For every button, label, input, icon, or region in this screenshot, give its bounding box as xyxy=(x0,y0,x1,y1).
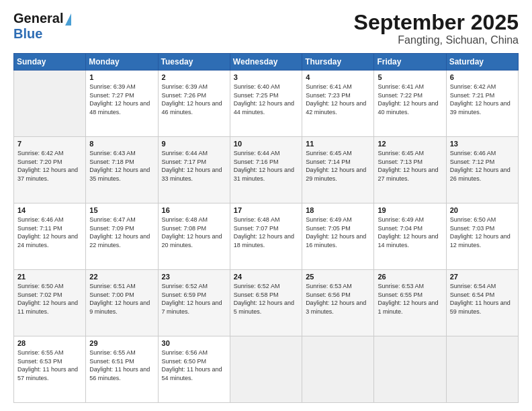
day-info: Sunrise: 6:51 AMSunset: 7:00 PMDaylight:… xyxy=(89,282,154,316)
day-number: 12 xyxy=(378,140,442,148)
day-number: 19 xyxy=(378,206,442,214)
logo-triangle-icon xyxy=(65,13,71,26)
day-cell: 30Sunrise: 6:56 AMSunset: 6:50 PMDayligh… xyxy=(158,336,230,403)
header-cell-friday: Friday xyxy=(374,54,446,71)
day-number: 29 xyxy=(89,339,154,347)
logo-general: General xyxy=(13,11,63,26)
day-cell: 2Sunrise: 6:39 AMSunset: 7:26 PMDaylight… xyxy=(158,71,230,137)
header-cell-thursday: Thursday xyxy=(302,54,374,71)
day-info: Sunrise: 6:56 AMSunset: 6:50 PMDaylight:… xyxy=(162,349,226,382)
day-info: Sunrise: 6:40 AMSunset: 7:25 PMDaylight:… xyxy=(234,83,298,116)
day-info: Sunrise: 6:48 AMSunset: 7:07 PMDaylight:… xyxy=(234,216,298,249)
day-number: 5 xyxy=(378,73,442,81)
day-info: Sunrise: 6:43 AMSunset: 7:18 PMDaylight:… xyxy=(89,149,154,183)
day-number: 26 xyxy=(378,273,442,281)
logo: General Blue xyxy=(13,11,71,42)
day-number: 11 xyxy=(306,140,370,148)
day-info: Sunrise: 6:49 AMSunset: 7:04 PMDaylight:… xyxy=(378,216,442,249)
day-cell: 24Sunrise: 6:52 AMSunset: 6:58 PMDayligh… xyxy=(230,270,302,336)
day-cell: 5Sunrise: 6:41 AMSunset: 7:22 PMDaylight… xyxy=(374,71,446,137)
day-cell: 15Sunrise: 6:47 AMSunset: 7:09 PMDayligh… xyxy=(86,203,158,270)
title-block: September 2025 Fangting, Sichuan, China xyxy=(354,11,519,46)
day-cell: 4Sunrise: 6:41 AMSunset: 7:23 PMDaylight… xyxy=(302,71,374,137)
day-cell: 16Sunrise: 6:48 AMSunset: 7:08 PMDayligh… xyxy=(158,203,230,270)
day-cell xyxy=(302,336,374,403)
page: General Blue September 2025 Fangting, Si… xyxy=(0,0,532,411)
day-cell: 10Sunrise: 6:44 AMSunset: 7:16 PMDayligh… xyxy=(230,137,302,203)
day-cell: 6Sunrise: 6:42 AMSunset: 7:21 PMDaylight… xyxy=(446,71,518,137)
week-row-3: 14Sunrise: 6:46 AMSunset: 7:11 PMDayligh… xyxy=(14,203,519,270)
day-number: 7 xyxy=(17,140,82,148)
header: General Blue September 2025 Fangting, Si… xyxy=(13,11,519,46)
day-cell: 8Sunrise: 6:43 AMSunset: 7:18 PMDaylight… xyxy=(86,137,158,203)
day-info: Sunrise: 6:39 AMSunset: 7:27 PMDaylight:… xyxy=(89,83,154,116)
week-row-1: 1Sunrise: 6:39 AMSunset: 7:27 PMDaylight… xyxy=(14,71,519,137)
day-cell xyxy=(446,336,518,403)
day-cell: 1Sunrise: 6:39 AMSunset: 7:27 PMDaylight… xyxy=(86,71,158,137)
calendar-body: 1Sunrise: 6:39 AMSunset: 7:27 PMDaylight… xyxy=(14,71,519,403)
day-cell: 19Sunrise: 6:49 AMSunset: 7:04 PMDayligh… xyxy=(374,203,446,270)
header-cell-tuesday: Tuesday xyxy=(158,54,230,71)
day-info: Sunrise: 6:50 AMSunset: 7:02 PMDaylight:… xyxy=(17,282,82,316)
day-cell: 14Sunrise: 6:46 AMSunset: 7:11 PMDayligh… xyxy=(14,203,86,270)
day-info: Sunrise: 6:53 AMSunset: 6:55 PMDaylight:… xyxy=(378,282,442,316)
day-info: Sunrise: 6:48 AMSunset: 7:08 PMDaylight:… xyxy=(162,216,226,249)
day-number: 18 xyxy=(306,206,370,214)
day-info: Sunrise: 6:39 AMSunset: 7:26 PMDaylight:… xyxy=(162,83,226,116)
day-cell: 9Sunrise: 6:44 AMSunset: 7:17 PMDaylight… xyxy=(158,137,230,203)
day-number: 21 xyxy=(17,273,82,281)
day-info: Sunrise: 6:53 AMSunset: 6:56 PMDaylight:… xyxy=(306,282,370,316)
day-cell: 21Sunrise: 6:50 AMSunset: 7:02 PMDayligh… xyxy=(14,270,86,336)
day-cell: 28Sunrise: 6:55 AMSunset: 6:53 PMDayligh… xyxy=(14,336,86,403)
logo-line1: General xyxy=(13,11,71,26)
day-info: Sunrise: 6:45 AMSunset: 7:13 PMDaylight:… xyxy=(378,149,442,183)
day-number: 17 xyxy=(234,206,298,214)
day-cell: 3Sunrise: 6:40 AMSunset: 7:25 PMDaylight… xyxy=(230,71,302,137)
day-cell: 25Sunrise: 6:53 AMSunset: 6:56 PMDayligh… xyxy=(302,270,374,336)
day-number: 30 xyxy=(162,339,226,347)
day-number: 2 xyxy=(162,73,226,81)
day-cell: 13Sunrise: 6:46 AMSunset: 7:12 PMDayligh… xyxy=(446,137,518,203)
day-info: Sunrise: 6:47 AMSunset: 7:09 PMDaylight:… xyxy=(89,216,154,249)
day-number: 8 xyxy=(89,140,154,148)
day-cell: 29Sunrise: 6:55 AMSunset: 6:51 PMDayligh… xyxy=(86,336,158,403)
day-info: Sunrise: 6:50 AMSunset: 7:03 PMDaylight:… xyxy=(450,216,515,249)
day-info: Sunrise: 6:49 AMSunset: 7:05 PMDaylight:… xyxy=(306,216,370,249)
day-number: 23 xyxy=(162,273,226,281)
day-number: 10 xyxy=(234,140,298,148)
day-number: 27 xyxy=(450,273,515,281)
day-number: 14 xyxy=(17,206,82,214)
day-cell: 27Sunrise: 6:54 AMSunset: 6:54 PMDayligh… xyxy=(446,270,518,336)
day-info: Sunrise: 6:45 AMSunset: 7:14 PMDaylight:… xyxy=(306,149,370,183)
day-number: 3 xyxy=(234,73,298,81)
day-info: Sunrise: 6:55 AMSunset: 6:53 PMDaylight:… xyxy=(17,349,82,382)
header-cell-sunday: Sunday xyxy=(14,54,86,71)
page-title: September 2025 xyxy=(354,11,519,34)
day-number: 16 xyxy=(162,206,226,214)
day-number: 4 xyxy=(306,73,370,81)
day-info: Sunrise: 6:55 AMSunset: 6:51 PMDaylight:… xyxy=(89,349,154,382)
logo-blue: Blue xyxy=(13,26,42,41)
day-number: 6 xyxy=(450,73,515,81)
day-number: 9 xyxy=(162,140,226,148)
day-cell xyxy=(374,336,446,403)
day-info: Sunrise: 6:52 AMSunset: 6:58 PMDaylight:… xyxy=(234,282,298,316)
day-number: 24 xyxy=(234,273,298,281)
day-cell: 7Sunrise: 6:42 AMSunset: 7:20 PMDaylight… xyxy=(14,137,86,203)
day-number: 22 xyxy=(89,273,154,281)
calendar-header: SundayMondayTuesdayWednesdayThursdayFrid… xyxy=(14,54,519,71)
header-row: SundayMondayTuesdayWednesdayThursdayFrid… xyxy=(14,54,519,71)
day-cell: 18Sunrise: 6:49 AMSunset: 7:05 PMDayligh… xyxy=(302,203,374,270)
day-cell: 11Sunrise: 6:45 AMSunset: 7:14 PMDayligh… xyxy=(302,137,374,203)
week-row-2: 7Sunrise: 6:42 AMSunset: 7:20 PMDaylight… xyxy=(14,137,519,203)
day-cell: 26Sunrise: 6:53 AMSunset: 6:55 PMDayligh… xyxy=(374,270,446,336)
day-info: Sunrise: 6:41 AMSunset: 7:22 PMDaylight:… xyxy=(378,83,442,116)
day-number: 15 xyxy=(89,206,154,214)
day-info: Sunrise: 6:44 AMSunset: 7:17 PMDaylight:… xyxy=(162,149,226,183)
week-row-5: 28Sunrise: 6:55 AMSunset: 6:53 PMDayligh… xyxy=(14,336,519,403)
header-cell-monday: Monday xyxy=(86,54,158,71)
day-info: Sunrise: 6:44 AMSunset: 7:16 PMDaylight:… xyxy=(234,149,298,183)
page-subtitle: Fangting, Sichuan, China xyxy=(354,34,519,46)
day-info: Sunrise: 6:46 AMSunset: 7:12 PMDaylight:… xyxy=(450,149,515,183)
day-cell xyxy=(14,71,86,137)
